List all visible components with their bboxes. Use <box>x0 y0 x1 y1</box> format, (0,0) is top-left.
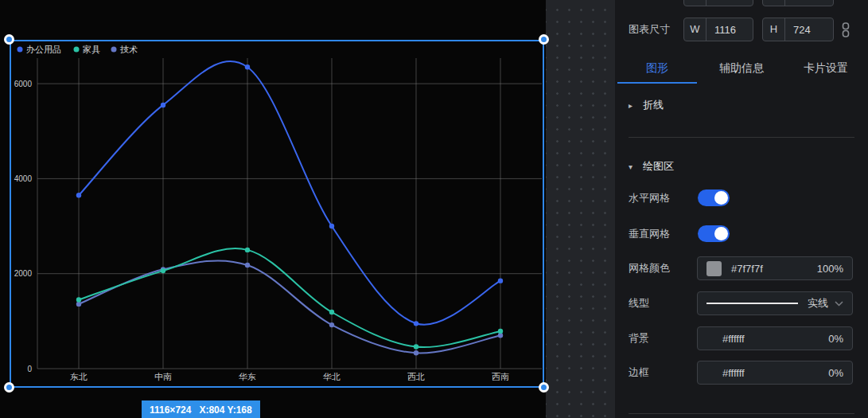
resize-handle-bottom-right[interactable] <box>539 382 549 393</box>
svg-text:4000: 4000 <box>14 174 33 183</box>
horizontal-grid-label: 水平网格 <box>629 191 670 205</box>
svg-text:西北: 西北 <box>407 372 425 381</box>
width-input-group[interactable]: W 1116 <box>683 18 753 41</box>
grid-color-label: 网格颜色 <box>629 261 670 275</box>
svg-text:技术: 技术 <box>120 45 138 54</box>
badge-position-text: X:804 Y:168 <box>199 404 251 416</box>
horizontal-grid-row: 水平网格 <box>615 186 868 210</box>
background-label: 背景 <box>629 331 649 346</box>
border-hex[interactable]: #ffffff <box>722 367 745 379</box>
border-label: 边框 <box>629 365 649 380</box>
horizontal-grid-toggle[interactable] <box>698 189 730 206</box>
color-swatch[interactable] <box>706 261 722 276</box>
caret-right-icon: ▸ <box>629 101 636 110</box>
section-divider <box>629 137 854 138</box>
partial-input-group[interactable] <box>683 0 753 6</box>
partial-input-group[interactable] <box>762 0 834 6</box>
svg-text:办公用品: 办公用品 <box>26 45 61 54</box>
selection-size-badge: 1116×724 X:804 Y:168 <box>142 400 260 418</box>
section-line[interactable]: ▸ 折线 <box>629 97 664 113</box>
resize-handle-bottom-left[interactable] <box>4 382 14 393</box>
svg-text:中南: 中南 <box>154 372 172 381</box>
height-input-group[interactable]: H 724 <box>762 18 834 41</box>
solid-line-preview <box>706 303 798 304</box>
tab-auxiliary-info[interactable]: 辅助信息 <box>699 57 784 84</box>
vertical-grid-label: 垂直网格 <box>629 227 670 241</box>
tab-bar: 图形 辅助信息 卡片设置 <box>615 57 868 84</box>
border-row: 边框 #ffffff 0% <box>615 361 868 385</box>
height-prefix: H <box>763 18 785 41</box>
height-input[interactable]: 724 <box>785 24 833 36</box>
line-type-select[interactable]: 实线 <box>697 291 853 315</box>
background-row: 背景 #ffffff 0% <box>615 326 868 350</box>
toggle-knob <box>714 227 728 240</box>
section-divider <box>629 413 854 414</box>
section-line-label: 折线 <box>643 98 664 112</box>
line-chart[interactable]: 0200040006000东北中南华东华北西北西南办公用品家具技术 <box>0 0 546 418</box>
vertical-grid-row: 垂直网格 <box>615 222 868 246</box>
svg-text:西南: 西南 <box>492 372 509 381</box>
width-input[interactable]: 1116 <box>706 24 753 36</box>
canvas-background[interactable] <box>546 0 615 418</box>
svg-text:家具: 家具 <box>83 45 100 54</box>
line-type-row: 线型 实线 <box>615 291 868 315</box>
svg-text:6000: 6000 <box>14 80 33 88</box>
chevron-down-icon <box>835 301 843 307</box>
grid-color-input[interactable]: #7f7f7f 100% <box>697 256 853 280</box>
chart-size-label: 图表尺寸 <box>629 22 670 37</box>
svg-text:东北: 东北 <box>70 372 88 381</box>
vertical-grid-toggle[interactable] <box>698 225 730 242</box>
settings-panel: 图表尺寸 W 1116 H 724 图形 辅助信息 卡片设置 <box>615 0 868 418</box>
section-plot-area-label: 绘图区 <box>643 159 674 174</box>
svg-text:0: 0 <box>27 365 32 373</box>
grid-color-opacity[interactable]: 100% <box>817 263 843 275</box>
tab-graphic[interactable]: 图形 <box>615 57 699 84</box>
resize-handle-top-left[interactable] <box>4 34 14 45</box>
line-type-label: 线型 <box>629 296 649 311</box>
background-hex[interactable]: #ffffff <box>722 333 745 345</box>
grid-color-row: 网格颜色 #7f7f7f 100% <box>615 256 868 280</box>
app-window: 0200040006000东北中南华东华北西北西南办公用品家具技术 1116×7… <box>0 0 868 418</box>
svg-text:华东: 华东 <box>238 372 256 381</box>
svg-text:2000: 2000 <box>14 269 33 278</box>
link-dimensions-icon[interactable] <box>840 22 851 37</box>
border-opacity[interactable]: 0% <box>828 367 843 379</box>
resize-handle-top-right[interactable] <box>539 34 549 45</box>
section-plot-area[interactable]: ▾ 绘图区 <box>629 158 674 174</box>
chart-size-row: 图表尺寸 W 1116 H 724 <box>615 18 868 41</box>
border-color-input[interactable]: #ffffff 0% <box>697 361 853 385</box>
tab-card-settings[interactable]: 卡片设置 <box>784 57 868 84</box>
background-opacity[interactable]: 0% <box>828 333 843 345</box>
grid-color-hex[interactable]: #7f7f7f <box>731 263 763 275</box>
svg-text:华北: 华北 <box>322 372 341 381</box>
line-type-value: 实线 <box>808 296 828 311</box>
background-color-input[interactable]: #ffffff 0% <box>697 326 853 350</box>
chart-card[interactable]: 0200040006000东北中南华东华北西北西南办公用品家具技术 <box>0 0 546 418</box>
width-prefix: W <box>684 18 706 41</box>
caret-down-icon: ▾ <box>629 162 636 171</box>
toggle-knob <box>714 191 728 205</box>
badge-size-text: 1116×724 <box>150 404 191 416</box>
